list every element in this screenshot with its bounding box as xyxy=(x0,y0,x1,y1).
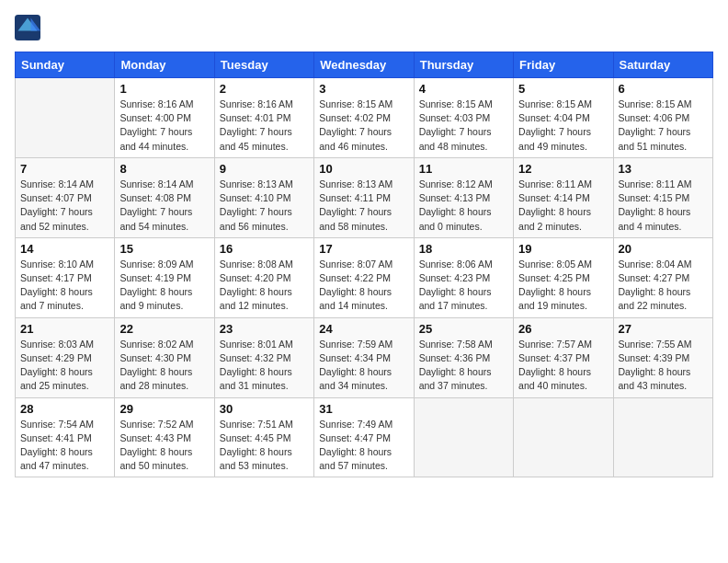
day-number: 11 xyxy=(419,162,508,176)
calendar-cell: 27Sunrise: 7:55 AMSunset: 4:39 PMDayligh… xyxy=(613,317,712,397)
calendar-cell: 1Sunrise: 8:16 AMSunset: 4:00 PMDaylight… xyxy=(115,78,214,158)
day-number: 29 xyxy=(119,402,209,416)
day-info: Sunrise: 8:14 AMSunset: 4:07 PMDaylight:… xyxy=(20,178,109,234)
calendar-cell: 19Sunrise: 8:05 AMSunset: 4:25 PMDayligh… xyxy=(514,237,613,317)
calendar-cell xyxy=(613,397,712,477)
day-number: 18 xyxy=(419,242,508,256)
calendar-cell: 7Sunrise: 8:14 AMSunset: 4:07 PMDaylight… xyxy=(16,157,115,237)
day-info: Sunrise: 8:04 AMSunset: 4:27 PMDaylight:… xyxy=(619,258,708,314)
day-number: 5 xyxy=(518,82,608,96)
day-number: 2 xyxy=(220,82,309,96)
day-number: 19 xyxy=(518,242,608,256)
day-info: Sunrise: 8:16 AMSunset: 4:00 PMDaylight:… xyxy=(119,98,209,154)
calendar-cell: 31Sunrise: 7:49 AMSunset: 4:47 PMDayligh… xyxy=(314,397,414,477)
day-number: 7 xyxy=(20,162,109,176)
calendar-week-0: 1Sunrise: 8:16 AMSunset: 4:00 PMDaylight… xyxy=(16,78,713,158)
header-saturday: Saturday xyxy=(613,52,712,78)
day-number: 23 xyxy=(220,322,309,336)
day-info: Sunrise: 8:15 AMSunset: 4:06 PMDaylight:… xyxy=(619,98,708,154)
day-number: 22 xyxy=(119,322,209,336)
calendar-week-4: 28Sunrise: 7:54 AMSunset: 4:41 PMDayligh… xyxy=(16,397,713,477)
calendar-cell: 2Sunrise: 8:16 AMSunset: 4:01 PMDaylight… xyxy=(214,78,313,158)
day-info: Sunrise: 8:09 AMSunset: 4:19 PMDaylight:… xyxy=(119,258,209,314)
day-number: 10 xyxy=(319,162,408,176)
day-info: Sunrise: 8:15 AMSunset: 4:04 PMDaylight:… xyxy=(518,98,608,154)
day-info: Sunrise: 7:52 AMSunset: 4:43 PMDaylight:… xyxy=(119,418,209,474)
logo-icon xyxy=(15,15,40,40)
calendar-cell: 16Sunrise: 8:08 AMSunset: 4:20 PMDayligh… xyxy=(214,237,313,317)
calendar-cell: 30Sunrise: 7:51 AMSunset: 4:45 PMDayligh… xyxy=(214,397,313,477)
calendar-cell: 6Sunrise: 8:15 AMSunset: 4:06 PMDaylight… xyxy=(613,78,712,158)
day-number: 31 xyxy=(319,402,408,416)
day-info: Sunrise: 8:14 AMSunset: 4:08 PMDaylight:… xyxy=(119,178,209,234)
day-info: Sunrise: 7:54 AMSunset: 4:41 PMDaylight:… xyxy=(20,418,109,474)
calendar-cell: 24Sunrise: 7:59 AMSunset: 4:34 PMDayligh… xyxy=(314,317,414,397)
calendar-cell xyxy=(514,397,613,477)
calendar-cell: 3Sunrise: 8:15 AMSunset: 4:02 PMDaylight… xyxy=(314,78,414,158)
day-number: 27 xyxy=(619,322,708,336)
calendar-cell: 15Sunrise: 8:09 AMSunset: 4:19 PMDayligh… xyxy=(115,237,214,317)
day-number: 14 xyxy=(20,242,109,256)
day-info: Sunrise: 8:12 AMSunset: 4:13 PMDaylight:… xyxy=(419,178,508,234)
day-number: 30 xyxy=(220,402,309,416)
day-info: Sunrise: 7:49 AMSunset: 4:47 PMDaylight:… xyxy=(319,418,408,474)
header-thursday: Thursday xyxy=(414,52,513,78)
logo xyxy=(15,15,44,40)
header-tuesday: Tuesday xyxy=(214,52,313,78)
calendar-cell: 20Sunrise: 8:04 AMSunset: 4:27 PMDayligh… xyxy=(613,237,712,317)
calendar-cell: 17Sunrise: 8:07 AMSunset: 4:22 PMDayligh… xyxy=(314,237,414,317)
day-number: 1 xyxy=(119,82,209,96)
calendar-cell xyxy=(414,397,513,477)
header-sunday: Sunday xyxy=(16,52,115,78)
day-info: Sunrise: 7:58 AMSunset: 4:36 PMDaylight:… xyxy=(419,338,508,394)
calendar-cell: 12Sunrise: 8:11 AMSunset: 4:14 PMDayligh… xyxy=(514,157,613,237)
day-info: Sunrise: 8:07 AMSunset: 4:22 PMDaylight:… xyxy=(319,258,408,314)
day-info: Sunrise: 8:13 AMSunset: 4:10 PMDaylight:… xyxy=(220,178,309,234)
day-number: 20 xyxy=(619,242,708,256)
calendar-cell: 10Sunrise: 8:13 AMSunset: 4:11 PMDayligh… xyxy=(314,157,414,237)
page-header xyxy=(15,15,713,40)
day-number: 12 xyxy=(518,162,608,176)
calendar-cell: 13Sunrise: 8:11 AMSunset: 4:15 PMDayligh… xyxy=(613,157,712,237)
calendar-header-row: SundayMondayTuesdayWednesdayThursdayFrid… xyxy=(16,52,713,78)
day-info: Sunrise: 8:10 AMSunset: 4:17 PMDaylight:… xyxy=(20,258,109,314)
calendar-week-3: 21Sunrise: 8:03 AMSunset: 4:29 PMDayligh… xyxy=(16,317,713,397)
day-info: Sunrise: 8:11 AMSunset: 4:14 PMDaylight:… xyxy=(518,178,608,234)
day-number: 4 xyxy=(419,82,508,96)
calendar-cell: 29Sunrise: 7:52 AMSunset: 4:43 PMDayligh… xyxy=(115,397,214,477)
calendar-table: SundayMondayTuesdayWednesdayThursdayFrid… xyxy=(15,52,713,477)
calendar-cell: 23Sunrise: 8:01 AMSunset: 4:32 PMDayligh… xyxy=(214,317,313,397)
calendar-cell: 26Sunrise: 7:57 AMSunset: 4:37 PMDayligh… xyxy=(514,317,613,397)
day-number: 16 xyxy=(220,242,309,256)
day-info: Sunrise: 8:13 AMSunset: 4:11 PMDaylight:… xyxy=(319,178,408,234)
day-info: Sunrise: 8:15 AMSunset: 4:03 PMDaylight:… xyxy=(419,98,508,154)
header-friday: Friday xyxy=(514,52,613,78)
day-number: 28 xyxy=(20,402,109,416)
day-number: 26 xyxy=(518,322,608,336)
day-number: 25 xyxy=(419,322,508,336)
day-info: Sunrise: 7:51 AMSunset: 4:45 PMDaylight:… xyxy=(220,418,309,474)
day-info: Sunrise: 7:57 AMSunset: 4:37 PMDaylight:… xyxy=(518,338,608,394)
day-number: 6 xyxy=(619,82,708,96)
day-info: Sunrise: 8:16 AMSunset: 4:01 PMDaylight:… xyxy=(220,98,309,154)
header-monday: Monday xyxy=(115,52,214,78)
calendar-cell: 5Sunrise: 8:15 AMSunset: 4:04 PMDaylight… xyxy=(514,78,613,158)
calendar-cell: 22Sunrise: 8:02 AMSunset: 4:30 PMDayligh… xyxy=(115,317,214,397)
day-number: 3 xyxy=(319,82,408,96)
day-number: 9 xyxy=(220,162,309,176)
day-info: Sunrise: 7:59 AMSunset: 4:34 PMDaylight:… xyxy=(319,338,408,394)
day-info: Sunrise: 8:03 AMSunset: 4:29 PMDaylight:… xyxy=(20,338,109,394)
calendar-cell: 4Sunrise: 8:15 AMSunset: 4:03 PMDaylight… xyxy=(414,78,513,158)
day-number: 15 xyxy=(119,242,209,256)
calendar-week-1: 7Sunrise: 8:14 AMSunset: 4:07 PMDaylight… xyxy=(16,157,713,237)
day-info: Sunrise: 8:06 AMSunset: 4:23 PMDaylight:… xyxy=(419,258,508,314)
calendar-week-2: 14Sunrise: 8:10 AMSunset: 4:17 PMDayligh… xyxy=(16,237,713,317)
header-wednesday: Wednesday xyxy=(314,52,414,78)
day-info: Sunrise: 8:15 AMSunset: 4:02 PMDaylight:… xyxy=(319,98,408,154)
calendar-cell: 28Sunrise: 7:54 AMSunset: 4:41 PMDayligh… xyxy=(16,397,115,477)
calendar-cell: 18Sunrise: 8:06 AMSunset: 4:23 PMDayligh… xyxy=(414,237,513,317)
day-info: Sunrise: 7:55 AMSunset: 4:39 PMDaylight:… xyxy=(619,338,708,394)
day-number: 13 xyxy=(619,162,708,176)
calendar-cell: 21Sunrise: 8:03 AMSunset: 4:29 PMDayligh… xyxy=(16,317,115,397)
day-info: Sunrise: 8:11 AMSunset: 4:15 PMDaylight:… xyxy=(619,178,708,234)
